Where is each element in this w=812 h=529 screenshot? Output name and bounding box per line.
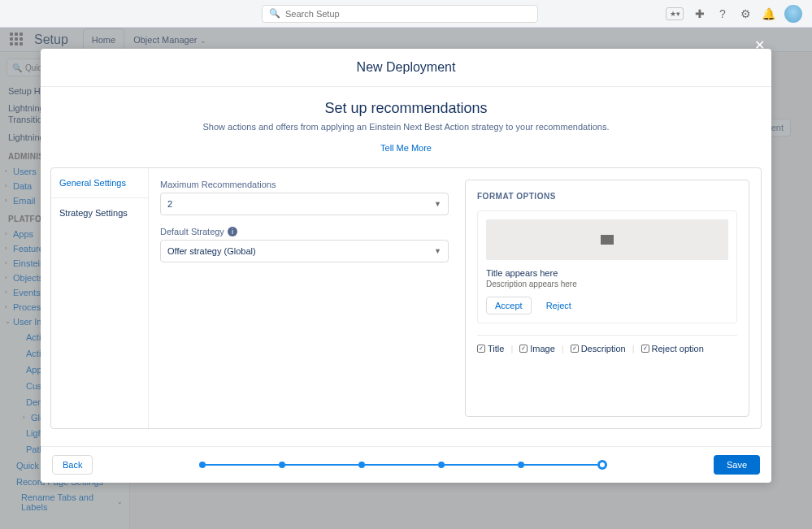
svg-point-0 — [603, 236, 605, 238]
search-input[interactable] — [285, 9, 531, 19]
progress-steps — [125, 460, 680, 470]
settings-panel: General Settings Strategy Settings Maxim… — [50, 167, 762, 429]
favorites-dropdown[interactable]: ★▾ — [666, 7, 684, 20]
notifications-icon[interactable]: 🔔 — [762, 7, 775, 20]
step-dot-current — [597, 460, 607, 470]
accept-button[interactable]: Accept — [486, 297, 532, 314]
chevron-down-icon: ▼ — [434, 200, 441, 208]
format-options-header: FORMAT OPTIONS — [477, 192, 737, 201]
tell-me-more-link[interactable]: Tell Me More — [41, 132, 771, 167]
setup-gear-icon[interactable]: ⚙ — [739, 7, 752, 20]
step-dot — [438, 462, 445, 468]
reject-button[interactable]: Reject — [538, 297, 580, 314]
add-icon[interactable]: ✚ — [693, 7, 706, 20]
preview-description: Description appears here — [486, 280, 728, 288]
tab-strategy-settings[interactable]: Strategy Settings — [51, 198, 148, 228]
close-icon[interactable]: ✕ — [754, 37, 765, 53]
checkbox-image[interactable]: ✓Image — [519, 344, 555, 353]
max-recommendations-label: Maximum Recommendations — [160, 180, 449, 189]
save-button[interactable]: Save — [714, 455, 760, 475]
format-options-panel: FORMAT OPTIONS Title appears here Descri… — [465, 180, 749, 417]
checkbox-title[interactable]: ✓Title — [477, 344, 504, 353]
checkbox-reject-option[interactable]: ✓Reject option — [641, 344, 704, 353]
new-deployment-modal: ✕ New Deployment Set up recommendations … — [41, 49, 771, 483]
help-icon[interactable]: ? — [716, 7, 729, 20]
step-dot — [279, 462, 285, 468]
modal-title: New Deployment — [41, 49, 771, 87]
checkbox-description[interactable]: ✓Description — [571, 344, 626, 353]
page-subheading: Show actions and offers from applying an… — [41, 122, 771, 132]
modal-footer: Back Save — [41, 446, 771, 483]
step-dot — [199, 462, 206, 468]
search-icon: 🔍 — [269, 8, 280, 19]
default-strategy-label: Default Strategyi — [160, 227, 449, 236]
max-recommendations-select[interactable]: 2▼ — [160, 193, 449, 215]
header-actions: ★▾ ✚ ? ⚙ 🔔 — [666, 5, 802, 23]
preview-title: Title appears here — [486, 268, 728, 278]
info-icon[interactable]: i — [228, 227, 237, 236]
chevron-down-icon: ▼ — [434, 247, 441, 255]
image-placeholder — [486, 219, 728, 260]
image-icon — [600, 234, 614, 245]
tab-general-settings[interactable]: General Settings — [51, 168, 148, 198]
default-strategy-select[interactable]: Offer strategy (Global)▼ — [160, 240, 449, 262]
back-button[interactable]: Back — [52, 455, 93, 475]
step-dot — [358, 462, 365, 468]
global-search[interactable]: 🔍 — [262, 5, 538, 23]
step-dot — [518, 462, 524, 468]
panel-side-tabs: General Settings Strategy Settings — [51, 168, 149, 428]
preview-card: Title appears here Description appears h… — [477, 210, 737, 323]
page-heading: Set up recommendations — [41, 87, 771, 122]
format-checkboxes: ✓Title| ✓Image| ✓Description| ✓Reject op… — [477, 335, 737, 353]
avatar[interactable] — [784, 5, 802, 23]
global-header: 🔍 ★▾ ✚ ? ⚙ 🔔 — [0, 0, 812, 28]
